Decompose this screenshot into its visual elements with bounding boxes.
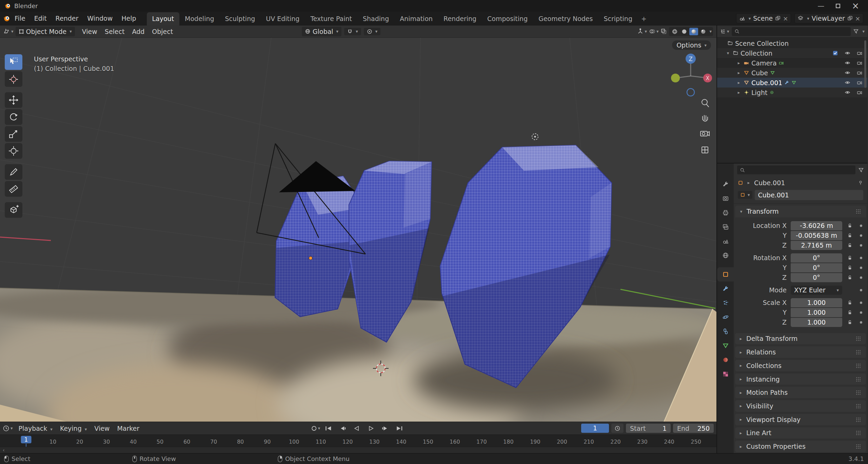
auto-keying-toggle[interactable]: ▾ [311, 425, 320, 431]
tool-move[interactable] [5, 92, 22, 108]
menu-edit[interactable]: Edit [30, 13, 51, 24]
properties-search-input[interactable] [747, 167, 853, 173]
tab-sculpting[interactable]: Sculpting [220, 12, 261, 25]
hide-in-viewport-toggle[interactable] [842, 70, 852, 76]
unlink-scene-button[interactable]: × [783, 15, 788, 22]
snapping-controls[interactable]: ▾ [344, 28, 361, 35]
keying-menu[interactable]: Keying ▾ [56, 423, 91, 433]
menu-file[interactable]: File [10, 13, 30, 24]
panel-grip-icon[interactable] [856, 404, 861, 408]
outliner-row-cube[interactable]: ▸ Cube [717, 68, 867, 78]
disable-in-render-toggle[interactable] [854, 70, 865, 76]
transform-panel-header[interactable]: ▾ Transform [735, 206, 866, 217]
lock-icon[interactable] [844, 265, 856, 270]
timeline-editor-button[interactable]: ▾ [3, 425, 13, 432]
lock-icon[interactable] [844, 310, 856, 315]
gizmos-toggle[interactable]: ▾ [637, 28, 647, 35]
object-menu[interactable]: Object [148, 26, 177, 37]
outliner-scrollbar[interactable] [864, 40, 866, 88]
lock-icon[interactable] [844, 233, 856, 238]
tool-select-box[interactable] [5, 54, 22, 70]
object-id-chip[interactable]: ▾ [738, 191, 752, 199]
animate-dot[interactable] [860, 244, 862, 247]
properties-search[interactable] [737, 166, 855, 174]
tab-object[interactable] [717, 267, 734, 282]
tab-geometry-nodes[interactable]: Geometry Nodes [533, 12, 598, 25]
tool-cursor[interactable] [5, 71, 22, 87]
chevron-left-icon[interactable]: ‹ [3, 447, 5, 453]
disclosure-triangle-icon[interactable]: ▸ [736, 90, 742, 95]
shading-material-button[interactable] [689, 28, 698, 35]
orientation-dropdown[interactable]: Global ▾ [302, 27, 341, 36]
tab-render[interactable] [717, 191, 734, 206]
tab-world[interactable] [717, 248, 734, 263]
animate-dot[interactable] [860, 225, 862, 227]
tab-layout[interactable]: Layout [147, 12, 180, 25]
tool-measure[interactable] [5, 181, 22, 197]
tab-scene[interactable] [717, 234, 734, 248]
section-relations[interactable]: ▸Relations [735, 346, 866, 358]
panel-grip-icon[interactable] [856, 417, 861, 422]
lock-icon[interactable] [844, 223, 856, 228]
object-mode-dropdown[interactable]: Object Mode ▾ [16, 27, 75, 36]
animate-dot[interactable] [860, 289, 862, 291]
tab-output[interactable] [717, 206, 734, 220]
lock-icon[interactable] [844, 300, 856, 305]
view-menu[interactable]: View [78, 26, 101, 37]
jump-to-end-button[interactable] [393, 424, 406, 433]
tab-object-data[interactable] [717, 339, 734, 353]
tab-compositing[interactable]: Compositing [482, 12, 533, 25]
outliner-row-camera[interactable]: ▸ Camera [717, 58, 867, 68]
animate-dot[interactable] [860, 267, 862, 269]
timeline-ruler[interactable]: 10 20 30 40 50 60 70 80 90 100 110 120 1… [0, 434, 716, 447]
filter-funnel-icon[interactable] [858, 167, 864, 173]
outliner-row-cube-001[interactable]: ▸ Cube.001 [717, 78, 867, 88]
lock-icon[interactable] [844, 320, 856, 325]
outliner-search-input[interactable] [742, 28, 848, 35]
editor-type-button[interactable]: ▾ [3, 28, 14, 35]
hide-in-viewport-toggle[interactable] [842, 60, 852, 66]
menu-window[interactable]: Window [83, 13, 117, 24]
section-delta-transform[interactable]: ▸Delta Transform [735, 333, 866, 345]
rotation-y-field[interactable]: 0° [791, 263, 842, 272]
rotation-x-field[interactable]: 0° [791, 253, 842, 263]
new-scene-icon[interactable] [775, 16, 781, 21]
viewport-3d-scene[interactable]: Z X [0, 38, 716, 422]
tab-view-layer[interactable] [717, 220, 734, 234]
play-reverse-button[interactable] [351, 424, 363, 433]
close-button[interactable]: × [852, 1, 859, 11]
disable-in-render-toggle[interactable] [854, 80, 865, 85]
panel-grip-icon[interactable] [856, 363, 861, 368]
menu-help[interactable]: Help [117, 13, 140, 24]
timeline-scroll-strip[interactable]: ‹ [0, 447, 716, 453]
breadcrumb-object[interactable]: Cube.001 [754, 179, 785, 187]
animate-dot[interactable] [860, 257, 862, 259]
lock-icon[interactable] [844, 255, 856, 260]
playhead-frame-badge[interactable]: 1 [21, 436, 32, 443]
view-layer-selector[interactable]: ▾ ViewLayer × [794, 13, 863, 23]
tab-material[interactable] [717, 353, 734, 367]
lock-icon[interactable] [844, 275, 856, 280]
frame-end-field[interactable]: End 250 [673, 424, 714, 433]
minimize-button[interactable]: — [817, 2, 824, 10]
disable-in-render-toggle[interactable] [854, 50, 865, 56]
tool-annotate[interactable] [5, 164, 22, 180]
playback-menu[interactable]: Playback ▾ [15, 423, 56, 433]
outliner-row-scene-collection[interactable]: Scene Collection [717, 38, 867, 48]
timeline-view-menu[interactable]: View [91, 423, 113, 433]
location-y-field[interactable]: -0.005638 m [791, 231, 842, 240]
rotation-z-field[interactable]: 0° [791, 273, 842, 282]
jump-to-start-button[interactable] [322, 424, 334, 433]
tab-tool[interactable] [717, 177, 734, 191]
tool-add-cube[interactable] [5, 202, 22, 218]
shading-solid-button[interactable] [680, 28, 689, 35]
tool-rotate[interactable] [5, 109, 22, 125]
playhead-line[interactable] [26, 444, 26, 447]
menu-render[interactable]: Render [51, 13, 83, 24]
options-dropdown[interactable]: Options ▾ [672, 40, 711, 50]
tool-scale[interactable] [5, 126, 22, 142]
section-instancing[interactable]: ▸Instancing [735, 373, 866, 385]
hide-in-viewport-toggle[interactable] [842, 50, 852, 56]
hide-in-viewport-toggle[interactable] [842, 80, 852, 85]
maximize-button[interactable] [836, 4, 840, 8]
